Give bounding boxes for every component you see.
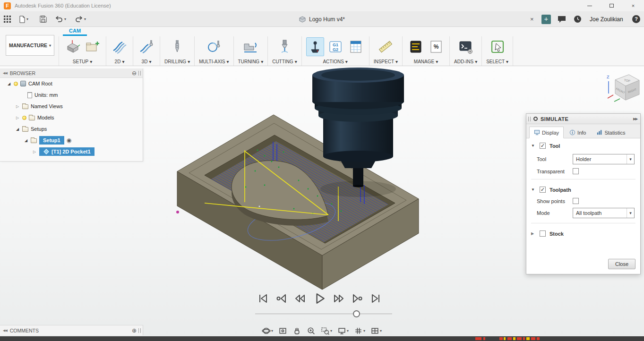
tab-close-button[interactable]: × [528, 11, 536, 27]
viewcube[interactable]: Z TOP FRONT RIGHT [607, 75, 639, 102]
tree-item-cam-root[interactable]: ◢ CAM Root [0, 78, 143, 89]
play-button[interactable] [312, 291, 326, 306]
toolpath-section-header[interactable]: ▼ ✓ Toolpath [526, 182, 640, 196]
group-label-multi-axis[interactable]: MULTI-AXIS▾ [199, 59, 229, 64]
cutting-button[interactable] [275, 37, 293, 56]
go-to-end-button[interactable] [369, 292, 382, 305]
setup-sheet-button[interactable] [347, 37, 365, 56]
zoom-button[interactable] [306, 325, 317, 336]
comments-panel[interactable]: ◀◀ COMMENTS ⊕ [0, 325, 143, 335]
turning-button[interactable] [241, 37, 259, 56]
timeline-slider-handle[interactable] [353, 310, 360, 317]
tool-dropdown[interactable]: Holder ▾ [573, 154, 635, 164]
fast-forward-button[interactable] [333, 292, 345, 305]
group-label-select[interactable]: SELECT▾ [486, 59, 508, 64]
tab-statistics[interactable]: Statistics [592, 127, 630, 138]
panel-minimize-icon[interactable]: ⊖ [132, 70, 137, 77]
section-expanded-icon[interactable]: ▼ [531, 144, 536, 148]
tab-info[interactable]: Info [565, 127, 591, 138]
visibility-bulb-icon[interactable] [22, 116, 26, 120]
collapse-panel-icon[interactable]: ◀◀ [3, 71, 7, 75]
look-at-button[interactable] [277, 325, 288, 336]
multi-axis-button[interactable] [205, 37, 223, 56]
job-status-button[interactable] [574, 11, 582, 27]
center-point[interactable] [258, 205, 260, 207]
simulate-button[interactable] [306, 37, 324, 56]
panel-grip[interactable] [138, 71, 141, 76]
close-button[interactable]: Close [608, 259, 635, 269]
group-label-drilling[interactable]: DRILLING▾ [164, 59, 190, 64]
drilling-button[interactable] [168, 37, 186, 56]
zoom-window-button[interactable]: ▾ [320, 325, 333, 336]
group-label-add-ins[interactable]: ADD-INS▾ [454, 59, 477, 64]
dock-panel-icon[interactable]: ▶▶ [633, 117, 640, 121]
scripts-addins-button[interactable] [457, 37, 475, 56]
group-label-turning[interactable]: TURNING▾ [238, 59, 264, 64]
pan-button[interactable] [292, 325, 302, 336]
group-label-inspect[interactable]: INSPECT▾ [374, 59, 398, 64]
collapse-panel-icon[interactable]: ◀◀ [3, 329, 7, 332]
simulation-timeline[interactable] [255, 314, 392, 314]
comments-button[interactable] [558, 11, 566, 27]
tree-item-setup1[interactable]: ◢ Setup1 ◉ [0, 135, 143, 146]
group-label-2d[interactable]: 2D▾ [115, 59, 125, 64]
display-settings-button[interactable]: ▾ [336, 325, 350, 336]
section-expanded-icon[interactable]: ▼ [531, 188, 536, 192]
select-button[interactable] [489, 37, 507, 56]
nc-program-button[interactable] [407, 37, 425, 56]
panel-grip[interactable] [138, 328, 141, 333]
group-label-actions[interactable]: ACTIONS▾ [323, 59, 347, 64]
play-backward-button[interactable] [294, 292, 306, 305]
browser-header[interactable]: ◀◀ BROWSER ⊖ [0, 68, 143, 78]
stock-visible-checkbox[interactable] [540, 230, 546, 237]
2d-milling-button[interactable] [111, 37, 129, 56]
new-tab-button[interactable]: + [541, 15, 551, 24]
measure-button[interactable] [377, 37, 395, 56]
post-process-button[interactable]: G1G2 [326, 37, 344, 56]
new-folder-button[interactable] [84, 37, 102, 56]
tab-display[interactable]: Display [529, 127, 564, 138]
group-label-manage[interactable]: MANAGE▾ [414, 59, 438, 64]
viewports-button[interactable]: ▾ [369, 325, 383, 336]
grid-snaps-button[interactable]: ▾ [353, 325, 366, 336]
active-setup-radio-icon[interactable]: ◉ [67, 137, 71, 144]
toolpath-visible-checkbox[interactable]: ✓ [540, 187, 546, 193]
tree-item-named-views[interactable]: ▷ Named Views [0, 101, 143, 112]
next-operation-button[interactable] [351, 292, 363, 305]
collapsed-arrow-icon[interactable]: ▷ [15, 116, 20, 120]
new-setup-button[interactable] [63, 37, 81, 56]
tab-cam[interactable]: CAM [63, 27, 87, 36]
collapsed-arrow-icon[interactable]: ▷ [32, 150, 37, 154]
group-label-setup[interactable]: SETUP▾ [73, 59, 92, 64]
tree-item-2d-pocket1[interactable]: ▷ [T1] 2D Pocket1 [0, 146, 143, 157]
show-points-checkbox[interactable] [573, 198, 579, 204]
pocket1-selected-label[interactable]: [T1] 2D Pocket1 [39, 147, 94, 156]
expand-arrow-icon[interactable]: ◢ [24, 138, 28, 143]
setup1-selected-label[interactable]: Setup1 [39, 136, 64, 145]
help-button[interactable]: ? [632, 15, 640, 23]
add-comment-icon[interactable]: ⊕ [132, 327, 137, 334]
tree-item-setups[interactable]: ◢ Setups [0, 123, 143, 135]
simulate-dialog-header[interactable]: SIMULATE ▶▶ [526, 114, 640, 124]
tree-item-units[interactable]: Units: mm [0, 89, 143, 101]
tool-visible-checkbox[interactable]: ✓ [540, 143, 546, 149]
transparent-checkbox[interactable] [573, 168, 579, 174]
window-close-button[interactable]: × [622, 0, 644, 11]
window-maximize-button[interactable] [601, 0, 622, 11]
orbit-button[interactable]: ▾ [261, 325, 274, 336]
visibility-bulb-icon[interactable] [14, 82, 18, 86]
group-label-cutting[interactable]: CUTTING▾ [272, 59, 297, 64]
expand-arrow-icon[interactable]: ◢ [7, 82, 11, 86]
mode-dropdown[interactable]: All toolpath ▾ [573, 208, 635, 218]
previous-operation-button[interactable] [275, 292, 288, 305]
group-label-3d[interactable]: 3D▾ [142, 59, 152, 64]
window-minimize-button[interactable] [579, 0, 601, 11]
user-account-button[interactable]: Joe Zoulikian [590, 11, 623, 27]
3d-viewport[interactable]: Z TOP FRONT RIGHT ◀◀ BROWSER ⊖ ◢ [0, 66, 644, 336]
sketch-point[interactable] [176, 211, 179, 213]
stock-section-header[interactable]: ▶ Stock [526, 226, 640, 240]
3d-milling-button[interactable] [137, 37, 155, 56]
post-library-button[interactable]: % [427, 37, 445, 56]
tool-section-header[interactable]: ▼ ✓ Tool [526, 138, 640, 152]
expand-arrow-icon[interactable]: ◢ [15, 127, 20, 131]
